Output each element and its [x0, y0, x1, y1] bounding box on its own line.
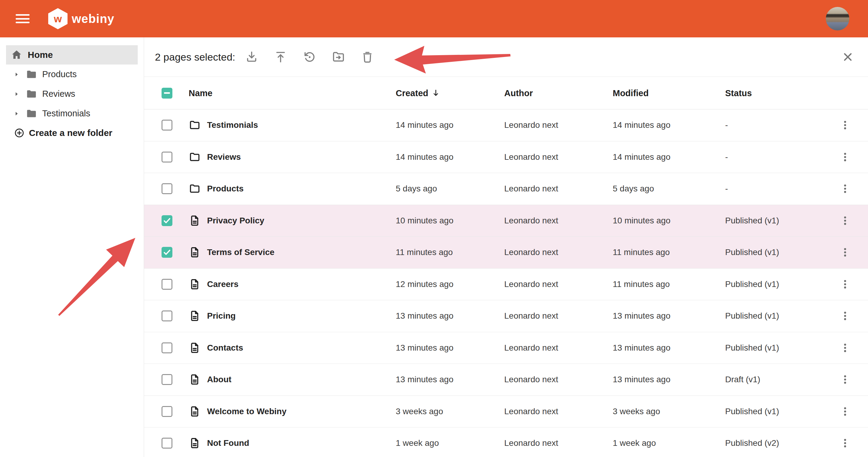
close-icon[interactable] [841, 51, 854, 63]
row-name[interactable]: Privacy Policy [207, 216, 264, 225]
page-icon [189, 246, 201, 258]
brand-wordmark: webiny [72, 12, 115, 26]
row-created: 1 week ago [396, 438, 439, 448]
row-checkbox[interactable] [161, 342, 173, 353]
publish-icon[interactable] [272, 49, 289, 65]
row-checkbox[interactable] [161, 279, 173, 290]
row-name[interactable]: Contacts [207, 343, 243, 353]
row-checkbox[interactable] [161, 438, 173, 449]
create-new-folder-button[interactable]: Create a new folder [0, 127, 144, 139]
row-checkbox[interactable] [161, 183, 173, 194]
table-row[interactable]: Pricing13 minutes agoLeonardo next13 min… [144, 300, 868, 332]
row-menu-button[interactable] [839, 183, 851, 195]
row-menu-button[interactable] [839, 310, 851, 322]
row-menu-button[interactable] [839, 405, 851, 418]
row-menu-button[interactable] [839, 437, 851, 449]
row-status: Published (v1) [725, 247, 779, 257]
table-row[interactable]: Careers12 minutes agoLeonardo next11 min… [144, 269, 868, 301]
table-row[interactable]: Testimonials14 minutes agoLeonardo next1… [144, 110, 868, 142]
row-author: Leonardo next [504, 247, 558, 257]
row-author: Leonardo next [504, 375, 558, 384]
row-modified: 11 minutes ago [613, 279, 670, 289]
chevron-right-icon[interactable] [13, 110, 20, 117]
row-modified: 13 minutes ago [613, 311, 670, 321]
sidebar-folder-products[interactable]: Products [0, 64, 144, 84]
row-checkbox[interactable] [161, 247, 173, 258]
row-menu-button[interactable] [839, 278, 851, 290]
download-icon[interactable] [243, 49, 260, 65]
row-checkbox[interactable] [161, 215, 173, 226]
row-author: Leonardo next [504, 343, 558, 353]
row-checkbox[interactable] [161, 406, 173, 417]
sidebar-folder-testimonials[interactable]: Testimonials [0, 104, 144, 123]
row-status: Published (v1) [725, 343, 779, 353]
row-status: Published (v1) [725, 407, 779, 416]
avatar[interactable] [826, 7, 849, 30]
column-header-created[interactable]: Created [396, 88, 440, 98]
row-name[interactable]: Careers [207, 279, 239, 289]
page-icon [189, 373, 201, 386]
row-modified: 1 week ago [613, 438, 656, 448]
row-created: 10 minutes ago [396, 216, 453, 225]
chevron-right-icon[interactable] [13, 71, 20, 78]
table-row[interactable]: Not Found1 week agoLeonardo next1 week a… [144, 427, 868, 457]
row-name[interactable]: Reviews [207, 152, 241, 162]
chevron-right-icon[interactable] [13, 91, 20, 97]
folder-label: Products [42, 69, 76, 79]
row-menu-button[interactable] [839, 342, 851, 354]
row-created: 14 minutes ago [396, 120, 453, 130]
row-name[interactable]: Testimonials [207, 120, 258, 130]
table-row[interactable]: Products5 days agoLeonardo next5 days ag… [144, 173, 868, 205]
row-status: Draft (v1) [725, 375, 761, 384]
restore-icon[interactable] [301, 49, 318, 65]
table-row[interactable]: Reviews14 minutes agoLeonardo next14 min… [144, 142, 868, 173]
trash-icon[interactable] [359, 49, 376, 65]
row-status: - [725, 184, 728, 193]
column-header-author: Author [504, 88, 533, 98]
page-icon [189, 342, 201, 354]
row-name[interactable]: Welcome to Webiny [207, 407, 286, 416]
select-all-checkbox[interactable] [161, 88, 173, 98]
row-author: Leonardo next [504, 184, 558, 193]
row-name[interactable]: Not Found [207, 438, 249, 448]
page-icon [189, 405, 201, 418]
content-area: 2 pages selected: Name Created Author Mo… [144, 37, 868, 457]
row-modified: 13 minutes ago [613, 343, 670, 353]
row-created: 13 minutes ago [396, 375, 453, 384]
table-row[interactable]: Privacy Policy10 minutes agoLeonardo nex… [144, 205, 868, 237]
row-modified: 11 minutes ago [613, 247, 670, 257]
row-status: Published (v1) [725, 279, 779, 289]
row-menu-button[interactable] [839, 215, 851, 227]
folder-icon [25, 108, 37, 120]
row-name[interactable]: About [207, 375, 231, 384]
page-icon [189, 215, 201, 227]
logo-letter: w [54, 13, 62, 25]
row-author: Leonardo next [504, 120, 558, 130]
hamburger-menu-icon[interactable] [16, 14, 30, 23]
row-name[interactable]: Products [207, 184, 244, 193]
table-row[interactable]: Welcome to Webiny3 weeks agoLeonardo nex… [144, 396, 868, 428]
table-row[interactable]: Contacts13 minutes agoLeonardo next13 mi… [144, 332, 868, 364]
folder-label: Testimonials [42, 109, 90, 119]
folder-icon [189, 183, 201, 195]
home-icon [10, 49, 23, 61]
row-checkbox[interactable] [161, 374, 173, 385]
move-to-folder-icon[interactable] [330, 49, 347, 65]
row-author: Leonardo next [504, 438, 558, 448]
row-status: Published (v1) [725, 311, 779, 321]
row-checkbox[interactable] [161, 120, 173, 130]
row-menu-button[interactable] [839, 119, 851, 131]
row-name[interactable]: Pricing [207, 311, 236, 321]
folder-icon [189, 151, 201, 163]
table-row[interactable]: Terms of Service11 minutes agoLeonardo n… [144, 237, 868, 269]
row-menu-button[interactable] [839, 373, 851, 386]
row-checkbox[interactable] [161, 310, 173, 321]
sidebar-item-home[interactable]: Home [6, 45, 138, 64]
row-name[interactable]: Terms of Service [207, 247, 275, 257]
row-menu-button[interactable] [839, 246, 851, 258]
row-checkbox[interactable] [161, 152, 173, 162]
sidebar-folder-reviews[interactable]: Reviews [0, 84, 144, 104]
top-app-bar: w webiny [0, 0, 868, 37]
table-row[interactable]: About13 minutes agoLeonardo next13 minut… [144, 364, 868, 396]
row-menu-button[interactable] [839, 151, 851, 163]
